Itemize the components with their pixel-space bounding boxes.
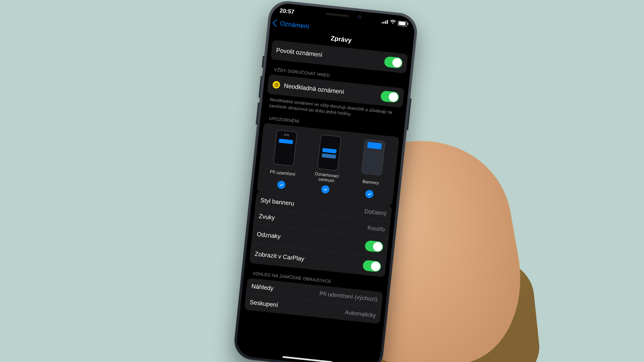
row-label: Seskupení — [250, 299, 279, 309]
alert-option-lockscreen[interactable]: 9:41 Při uzamčení — [261, 129, 308, 191]
chevron-left-icon — [273, 19, 280, 27]
checkmark-icon[interactable] — [277, 180, 286, 189]
clock-icon — [272, 81, 280, 89]
content[interactable]: Povolit oznámení VŽDY DORUČOVAT HNED — [235, 40, 412, 362]
wifi-icon — [389, 19, 396, 26]
stage: 20:57 Oznámení — [0, 0, 644, 362]
badges-toggle[interactable] — [365, 240, 384, 252]
checkmark-icon[interactable] — [365, 190, 374, 198]
alert-option-banners[interactable]: Bannery — [348, 138, 395, 200]
row-value: Kouzlo — [367, 224, 385, 233]
alert-label: Při uzamčení — [269, 167, 296, 180]
alert-option-center[interactable]: Oznamovací centrum — [305, 133, 352, 196]
row-label: Odznaky — [257, 231, 281, 240]
alert-style-row: 9:41 Při uzamčení — [257, 123, 399, 206]
speaker-icon — [326, 12, 349, 17]
lockscreen-preview-icon: 9:41 — [273, 130, 298, 167]
row-label: Zvuky — [258, 213, 275, 222]
front-camera-icon — [358, 15, 362, 19]
row-label: Zobrazit v CarPlay — [255, 250, 305, 262]
allow-label: Povolit oznámení — [276, 47, 323, 58]
battery-icon — [397, 20, 407, 26]
side-button[interactable] — [407, 98, 412, 130]
carplay-toggle[interactable] — [362, 260, 381, 272]
mute-switch[interactable] — [262, 56, 265, 68]
urgent-toggle[interactable] — [380, 90, 399, 103]
row-value: Při odemčení (výchozí) — [319, 290, 378, 303]
alert-label: Oznamovací centrum — [306, 171, 347, 185]
back-label: Oznámení — [280, 20, 310, 30]
cellular-icon — [382, 19, 388, 24]
iphone-device: 20:57 Oznámení — [232, 0, 419, 362]
notification-center-preview-icon — [317, 134, 341, 171]
status-time: 20:57 — [279, 7, 294, 15]
alert-label: Bannery — [362, 177, 379, 188]
back-button[interactable]: Oznámení — [273, 19, 310, 30]
alert-options-list: Styl banneru Dočasný Zvuky Kouzlo Odznak… — [249, 192, 392, 277]
row-label: Náhledy — [251, 283, 274, 292]
banner-preview-icon — [361, 139, 386, 176]
volume-up-button[interactable] — [259, 76, 263, 98]
allow-toggle[interactable] — [384, 56, 403, 68]
row-value: Dočasný — [364, 208, 387, 217]
checkmark-icon[interactable] — [321, 185, 330, 194]
row-label: Styl banneru — [260, 197, 294, 207]
volume-down-button[interactable] — [256, 103, 260, 125]
row-value: Automaticky — [344, 309, 376, 319]
urgent-label: Neodkladná oznámení — [284, 82, 344, 96]
